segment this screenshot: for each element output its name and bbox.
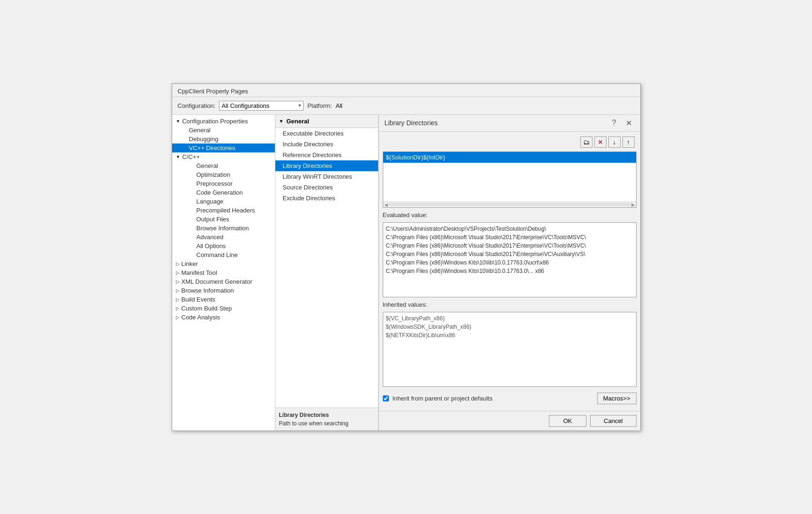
tree-item-general[interactable]: General (172, 126, 275, 135)
config-row: Configuration: All Configurations Platfo… (172, 97, 640, 115)
tree-item-debugging[interactable]: Debugging (172, 135, 275, 144)
tree-item-optimization[interactable]: Optimization (172, 170, 275, 179)
left-tree-panel: ▼Configuration PropertiesGeneralDebuggin… (172, 115, 275, 431)
tree-item-precomp[interactable]: Precompiled Headers (172, 206, 275, 215)
expand-icon-config-props: ▼ (176, 119, 181, 124)
dir-toolbar: 🗂 ✕ ↓ ↑ (383, 136, 637, 149)
move-down-button[interactable]: ↓ (608, 136, 621, 148)
tree-label-advanced: Advanced (197, 234, 224, 241)
middle-item-src-dirs[interactable]: Source Directories (275, 182, 378, 193)
tree-item-code-analysis[interactable]: ▷Code Analysis (172, 313, 275, 322)
dialog-title: Library Directories (385, 119, 609, 127)
inherited-scroll[interactable]: $(VC_LibraryPath_x86)$(WindowsSDK_Librar… (383, 312, 636, 386)
expand-icon-browse-info2: ▷ (176, 288, 180, 293)
inherit-label[interactable]: Inherit from parent or project defaults (393, 395, 493, 402)
tree-label-code-gen: Code Generation (197, 189, 243, 196)
inherit-checkbox[interactable] (383, 395, 389, 401)
tree-label-code-analysis: Code Analysis (182, 314, 220, 321)
middle-item-exec-dirs[interactable]: Executable Directories (275, 128, 378, 139)
inherited-line-1: $(WindowsSDK_LibraryPath_x86) (386, 323, 633, 331)
tree-label-precomp: Precompiled Headers (197, 207, 255, 214)
middle-item-excl-dirs[interactable]: Exclude Directories (275, 193, 378, 204)
tree-item-cpp[interactable]: ▼C/C++ (172, 152, 275, 161)
tree-label-general: General (189, 127, 211, 134)
property-pages-window: CppClient Property Pages Configuration: … (172, 83, 641, 431)
tree-item-cpp-general[interactable]: General (172, 161, 275, 170)
macros-button[interactable]: Macros>> (597, 393, 637, 404)
window-title-bar: CppClient Property Pages (172, 84, 640, 97)
tree-label-cmd-line: Command Line (197, 251, 238, 258)
tree-label-cpp-general: General (197, 162, 218, 169)
tree-label-optimization: Optimization (197, 171, 230, 178)
tree-item-config-props[interactable]: ▼Configuration Properties (172, 117, 275, 126)
middle-expand-icon: ▼ (279, 119, 284, 124)
tree-item-preprocessor[interactable]: Preprocessor (172, 179, 275, 188)
tree-label-linker: Linker (182, 260, 198, 267)
middle-header: ▼ General (275, 115, 378, 128)
dialog-body: 🗂 ✕ ↓ ↑ $(SolutionDir)$(IntDir) ◀ ▶ (379, 132, 640, 411)
tree-item-xml-doc[interactable]: ▷XML Document Generator (172, 277, 275, 286)
tree-item-browse-info[interactable]: Browse Information (172, 224, 275, 233)
tree-item-cmd-line[interactable]: Command Line (172, 250, 275, 259)
expand-icon-build-events: ▷ (176, 297, 180, 302)
dir-entry-0[interactable]: $(SolutionDir)$(IntDir) (383, 152, 636, 163)
middle-item-include-dirs[interactable]: Include Directories (275, 139, 378, 150)
middle-description: Library Directories Path to use when sea… (275, 408, 378, 431)
tree-item-custom-build[interactable]: ▷Custom Build Step (172, 304, 275, 313)
dir-scroll[interactable]: $(SolutionDir)$(IntDir) (383, 152, 636, 202)
middle-desc-text: Path to use when searching (279, 420, 374, 427)
help-button[interactable]: ? (609, 118, 619, 128)
middle-header-label: General (286, 118, 309, 125)
middle-item-libwinrt-dirs[interactable]: Library WinRT Directories (275, 171, 378, 182)
evaluated-area: C:\Users\Administrator\Desktop\VSProject… (383, 222, 637, 297)
eval-line-0: C:\Users\Administrator\Desktop\VSProject… (386, 225, 633, 233)
tree-item-all-options[interactable]: All Options (172, 242, 275, 250)
tree-label-language: Language (197, 198, 224, 205)
tree-label-browse-info: Browse Information (197, 225, 249, 232)
window-title: CppClient Property Pages (178, 88, 248, 95)
tree-label-config-props: Configuration Properties (182, 118, 248, 125)
directory-entries-area[interactable]: $(SolutionDir)$(IntDir) ◀ ▶ (383, 151, 637, 208)
inherited-area: $(VC_LibraryPath_x86)$(WindowsSDK_Librar… (383, 312, 637, 387)
hscroll-track (389, 203, 630, 206)
expand-icon-xml-doc: ▷ (176, 279, 180, 284)
config-select-wrapper[interactable]: All Configurations (219, 101, 304, 111)
delete-dir-button[interactable]: ✕ (594, 136, 607, 148)
tree-item-build-events[interactable]: ▷Build Events (172, 295, 275, 304)
tree-item-output-files[interactable]: Output Files (172, 215, 275, 224)
eval-line-2: C:\Program Files (x86)\Microsoft Visual … (386, 242, 633, 250)
tree-label-vc-dirs: VC++ Directories (189, 144, 235, 151)
tree-item-language[interactable]: Language (172, 197, 275, 206)
tree-label-preprocessor: Preprocessor (197, 180, 233, 187)
ok-cancel-row: OK Cancel (379, 411, 640, 431)
middle-item-ref-dirs[interactable]: Reference Directories (275, 150, 378, 160)
eval-line-1: C:\Program Files (x86)\Microsoft Visual … (386, 233, 633, 242)
middle-panel: ▼ General Executable DirectoriesInclude … (275, 115, 379, 431)
evaluated-scroll[interactable]: C:\Users\Administrator\Desktop\VSProject… (383, 223, 636, 297)
tree-item-advanced[interactable]: Advanced (172, 233, 275, 242)
expand-icon-cpp: ▼ (176, 154, 181, 159)
tree-item-linker[interactable]: ▷Linker (172, 259, 275, 268)
evaluated-label: Evaluated value: (383, 211, 637, 219)
tree-item-browse-info2[interactable]: ▷Browse Information (172, 286, 275, 295)
close-button[interactable]: ✕ (623, 118, 635, 128)
tree-label-build-events: Build Events (182, 296, 215, 303)
cancel-button[interactable]: Cancel (590, 415, 636, 427)
tree-label-cpp: C/C++ (182, 153, 200, 160)
expand-icon-code-analysis: ▷ (176, 315, 180, 320)
platform-value: All (335, 102, 342, 109)
tree-item-vc-dirs[interactable]: VC++ Directories (172, 144, 275, 152)
middle-item-lib-dirs[interactable]: Library Directories (275, 160, 378, 171)
ok-button[interactable]: OK (549, 415, 586, 427)
tree-item-manifest[interactable]: ▷Manifest Tool (172, 268, 275, 277)
move-up-button[interactable]: ↑ (622, 136, 635, 148)
config-select[interactable]: All Configurations (219, 101, 304, 111)
add-dir-button[interactable]: 🗂 (580, 136, 592, 148)
tree-item-code-gen[interactable]: Code Generation (172, 188, 275, 197)
inherited-label: Inherited values: (383, 300, 637, 309)
expand-icon-custom-build: ▷ (176, 306, 180, 311)
tree-label-xml-doc: XML Document Generator (182, 278, 252, 285)
config-label: Configuration: (178, 102, 216, 109)
tree-label-manifest: Manifest Tool (182, 269, 217, 276)
horizontal-scrollbar[interactable]: ◀ ▶ (383, 202, 636, 207)
